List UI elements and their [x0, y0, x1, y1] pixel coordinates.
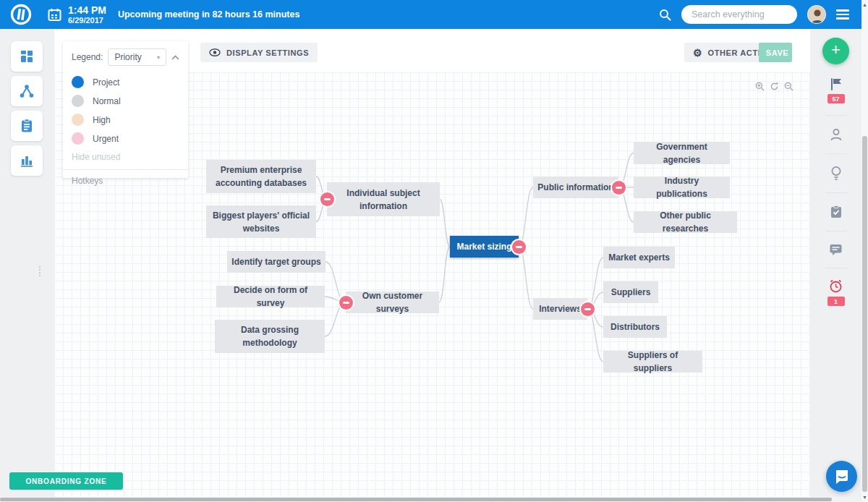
collapse-node-button[interactable]	[581, 302, 595, 316]
sidebar-item-reminders[interactable]: 1	[827, 278, 845, 306]
legend-item-project[interactable]: Project	[72, 76, 179, 88]
horizontal-scrollbar-thumb[interactable]	[0, 498, 832, 501]
person-icon	[829, 127, 843, 142]
support-chat-button[interactable]	[826, 461, 857, 492]
node-label: Decide on form of survey	[221, 284, 320, 310]
sidebar-item-approvals[interactable]	[830, 205, 843, 219]
clock-display: 1:44 PM 6/29/2017	[68, 4, 106, 25]
user-avatar[interactable]	[807, 5, 826, 24]
mindmap-node-gov[interactable]: Government agencies	[634, 142, 730, 164]
mindmap-node-individual[interactable]: Individual subject information	[327, 182, 440, 216]
legend-panel: Legend: Priority ▾ ProjectNormalHighUrge…	[63, 41, 188, 178]
sidebar-item-flags[interactable]: 57	[827, 77, 845, 103]
mindmap-node-interviews[interactable]: Interviews	[533, 298, 587, 320]
mindmap-node-datagross[interactable]: Data grossing methodology	[215, 320, 325, 353]
mindmap-node-distributors[interactable]: Distributors	[603, 316, 667, 338]
calendar-icon[interactable]	[48, 8, 61, 22]
mindmap-node-premium[interactable]: Premium enterprise accounting databases	[206, 160, 316, 193]
collapse-node-button[interactable]	[320, 192, 334, 206]
legend-items: ProjectNormalHighUrgent	[72, 76, 179, 145]
node-label: Industry publications	[638, 174, 726, 200]
sidebar-item-ideas[interactable]	[830, 166, 842, 181]
collapse-node-button[interactable]	[612, 181, 626, 195]
node-label: Biggest players' official websites	[210, 209, 312, 235]
plus-icon: +	[831, 42, 841, 58]
mindmap-node-industry[interactable]: Industry publications	[634, 176, 730, 198]
node-label: Individual subject information	[331, 187, 435, 213]
mindmap-node-decide[interactable]: Decide on form of survey	[216, 286, 325, 307]
mindmap-node-market[interactable]: Market sizing	[450, 236, 519, 258]
horizontal-scrollbar[interactable]	[0, 497, 861, 502]
dashboard-grid-icon	[20, 49, 34, 64]
zoom-out-icon[interactable]	[784, 82, 793, 91]
app-logo-icon[interactable]	[0, 3, 42, 26]
sidebar-item-people[interactable]	[829, 127, 843, 142]
legend-label: Legend:	[72, 52, 103, 62]
mindmap-node-publicinfo[interactable]: Public information	[533, 176, 618, 198]
sidebar-item-mindmap[interactable]	[11, 76, 43, 106]
mindmap-node-supofsup[interactable]: Suppliers of suppliers	[603, 351, 702, 373]
mindmap-node-biggest[interactable]: Biggest players' official websites	[206, 205, 316, 238]
mindmap-node-identify[interactable]: Identify target groups	[227, 251, 326, 273]
hide-unused-link[interactable]: Hide unused	[72, 152, 179, 162]
gear-icon: ⚙	[693, 47, 702, 59]
mindmap-node-suppliers[interactable]: Suppliers	[603, 281, 658, 303]
right-sidebar: + 57	[810, 29, 861, 497]
node-label: Market sizing	[456, 240, 511, 253]
display-settings-label: DISPLAY SETTINGS	[226, 48, 309, 57]
bar-chart-icon	[20, 154, 34, 167]
node-label: Market experts	[608, 251, 670, 264]
node-label: Own customer surveys	[350, 289, 435, 315]
flags-count-badge: 57	[827, 94, 845, 103]
zoom-in-icon[interactable]	[755, 82, 765, 91]
legend-color-dot	[72, 132, 84, 145]
legend-item-high[interactable]: High	[72, 114, 179, 126]
node-label: Public information	[537, 181, 613, 194]
menu-icon[interactable]	[836, 9, 849, 20]
legend-item-label: Normal	[93, 96, 121, 106]
eye-icon	[209, 48, 221, 56]
mindmap-node-mktexperts[interactable]: Market experts	[603, 247, 675, 268]
save-button[interactable]: SAVE	[759, 43, 792, 62]
left-sidebar	[0, 29, 54, 497]
add-button[interactable]: +	[822, 38, 849, 64]
rail-divider	[825, 153, 847, 154]
collapse-node-button[interactable]	[512, 240, 526, 254]
chat-bubble-icon	[834, 469, 850, 485]
node-label: Identify target groups	[231, 255, 320, 268]
onboarding-zone-button[interactable]: ONBOARDING ZONE	[9, 472, 123, 490]
mindmap-node-otherpub[interactable]: Other public researches	[634, 211, 737, 233]
legend-item-label: Urgent	[93, 134, 119, 144]
legend-selected-value: Priority	[114, 52, 141, 62]
save-label: SAVE	[766, 48, 789, 57]
legend-collapse-button[interactable]	[171, 55, 179, 60]
upcoming-meeting-banner[interactable]: Upcoming meeting in 82 hours 16 minutes	[118, 9, 299, 20]
lightbulb-icon	[830, 166, 842, 181]
search-icon[interactable]	[659, 9, 671, 21]
flag-icon	[829, 77, 843, 91]
sidebar-item-tasks[interactable]	[11, 111, 43, 141]
zoom-reset-icon[interactable]	[770, 82, 779, 91]
legend-type-select[interactable]: Priority ▾	[108, 48, 166, 66]
node-label: Other public researches	[638, 209, 733, 235]
sidebar-item-comments[interactable]	[829, 243, 843, 256]
vertical-scrollbar-thumb[interactable]	[862, 136, 867, 492]
display-settings-button[interactable]: DISPLAY SETTINGS	[200, 43, 318, 62]
scroll-up-icon[interactable]: ▲	[861, 2, 868, 7]
mindmap-node-ownsurveys[interactable]: Own customer surveys	[346, 292, 439, 313]
node-label: Data grossing methodology	[219, 323, 320, 349]
sidebar-drag-handle[interactable]	[39, 266, 41, 276]
sidebar-item-reports[interactable]	[11, 145, 43, 176]
legend-color-dot	[72, 95, 84, 107]
search-input[interactable]	[681, 5, 797, 24]
collapse-node-button[interactable]	[339, 296, 353, 310]
hotkeys-link[interactable]: Hotkeys	[72, 176, 179, 186]
rail-divider	[825, 268, 847, 268]
vertical-scrollbar[interactable]: ▲ ▼	[861, 0, 868, 502]
legend-item-normal[interactable]: Normal	[72, 95, 179, 107]
scroll-down-icon[interactable]: ▼	[861, 495, 868, 500]
legend-item-urgent[interactable]: Urgent	[72, 132, 179, 145]
clipboard-check-icon	[830, 205, 843, 219]
sidebar-item-dashboard[interactable]	[11, 41, 43, 72]
top-bar: 1:44 PM 6/29/2017 Upcoming meeting in 82…	[0, 0, 868, 29]
